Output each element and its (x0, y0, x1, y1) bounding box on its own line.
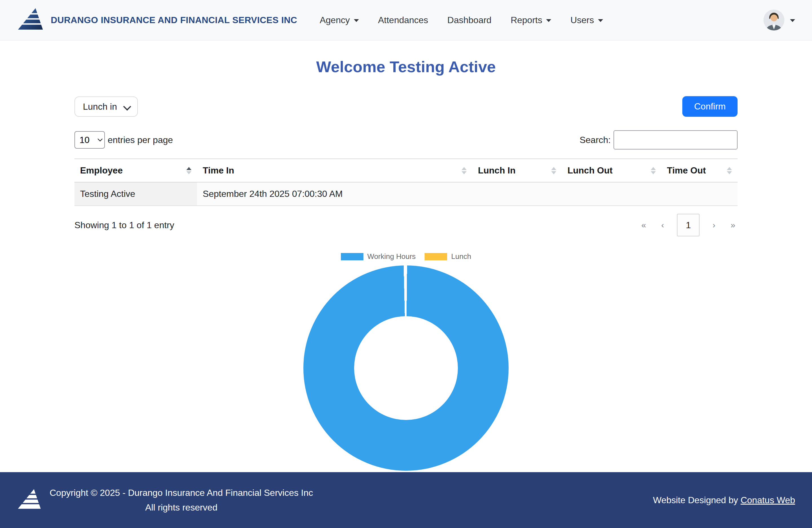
table-row: Testing Active September 24th 2025 07:00… (74, 182, 738, 205)
footer-credit: Website Designed by Conatus Web (653, 495, 795, 505)
main-nav: Agency Attendances Dashboard Reports Use… (320, 15, 603, 25)
nav-item-attendances[interactable]: Attendances (378, 15, 428, 25)
nav-item-reports[interactable]: Reports (511, 15, 551, 25)
sort-icons (651, 167, 656, 174)
action-row: Lunch in Confirm (74, 96, 738, 117)
table-footer-row: Showing 1 to 1 of 1 entry « ‹ 1 › » (74, 214, 738, 237)
rights-text: All rights reserved (49, 500, 313, 515)
search-control: Search: (580, 130, 738, 149)
nav-item-dashboard[interactable]: Dashboard (447, 15, 492, 25)
table-header-row: Employee Time In Lunch In Lun (74, 159, 738, 182)
working-hours-donut-chart (303, 266, 509, 471)
confirm-button[interactable]: Confirm (682, 96, 738, 117)
company-logo-icon (17, 488, 42, 513)
nav-item-agency[interactable]: Agency (320, 15, 359, 25)
legend-item-lunch[interactable]: Lunch (425, 252, 471, 261)
action-select-wrap: Lunch in (74, 97, 138, 117)
top-navbar: DURANGO INSURANCE AND FINANCIAL SERVICES… (0, 0, 812, 41)
attendance-action-select[interactable]: Lunch in (74, 97, 138, 117)
column-header-time-in[interactable]: Time In (197, 159, 472, 182)
lunch-swatch (425, 253, 447, 260)
pagination-last-button[interactable]: » (728, 218, 738, 232)
attendance-table: Employee Time In Lunch In Lun (74, 158, 738, 206)
table-controls-row: 10 entries per page Search: (74, 130, 738, 149)
user-menu[interactable] (764, 10, 795, 30)
caret-down-icon (546, 19, 551, 22)
cell-time-in: September 24th 2025 07:00:30 AM (197, 182, 472, 205)
table-info: Showing 1 to 1 of 1 entry (74, 220, 174, 230)
cell-lunch-in (472, 182, 562, 205)
pagination-page-1-button[interactable]: 1 (677, 214, 699, 237)
search-input[interactable] (613, 130, 738, 149)
pagination-prev-button[interactable]: ‹ (659, 218, 666, 232)
column-header-lunch-out[interactable]: Lunch Out (562, 159, 662, 182)
page-title: Welcome Testing Active (0, 58, 812, 76)
legend-item-working-hours[interactable]: Working Hours (341, 252, 416, 261)
designed-by-text: Website Designed by (653, 495, 741, 505)
copyright-text: Copyright © 2025 - Durango Insurance And… (49, 485, 313, 500)
column-header-time-out[interactable]: Time Out (662, 159, 738, 182)
main-content: Welcome Testing Active Lunch in Confirm … (0, 41, 812, 472)
working-hours-swatch (341, 253, 363, 260)
company-logo-icon (17, 7, 44, 33)
footer: Copyright © 2025 - Durango Insurance And… (0, 472, 812, 528)
pagination-next-button[interactable]: › (710, 218, 717, 232)
chart-legend: Working Hours Lunch (0, 252, 812, 261)
caret-down-icon (790, 19, 795, 22)
user-avatar (764, 10, 784, 30)
app-window: DURANGO INSURANCE AND FINANCIAL SERVICES… (0, 0, 812, 528)
pagination: « ‹ 1 › » (639, 214, 738, 237)
conatus-web-link[interactable]: Conatus Web (741, 495, 795, 505)
sort-icons (462, 167, 467, 174)
caret-down-icon (598, 19, 603, 22)
sort-icons (551, 167, 556, 174)
sort-icons (727, 167, 732, 174)
caret-down-icon (354, 19, 359, 22)
brand-name: DURANGO INSURANCE AND FINANCIAL SERVICES… (51, 15, 297, 25)
search-label: Search: (580, 135, 611, 145)
cell-employee: Testing Active (74, 182, 197, 205)
column-header-lunch-in[interactable]: Lunch In (472, 159, 562, 182)
cell-time-out (662, 182, 738, 205)
nav-item-users[interactable]: Users (570, 15, 603, 25)
sort-ascending-icon (186, 167, 191, 174)
cell-lunch-out (562, 182, 662, 205)
brand-logo-link[interactable]: DURANGO INSURANCE AND FINANCIAL SERVICES… (17, 7, 297, 33)
column-header-employee[interactable]: Employee (74, 159, 197, 182)
entries-per-page-label: entries per page (108, 135, 173, 145)
pagination-first-button[interactable]: « (639, 218, 649, 232)
entries-per-page-control: 10 entries per page (74, 131, 173, 149)
footer-left: Copyright © 2025 - Durango Insurance And… (17, 485, 313, 515)
footer-copyright-block: Copyright © 2025 - Durango Insurance And… (49, 485, 313, 515)
entries-per-page-select[interactable]: 10 (74, 131, 105, 149)
